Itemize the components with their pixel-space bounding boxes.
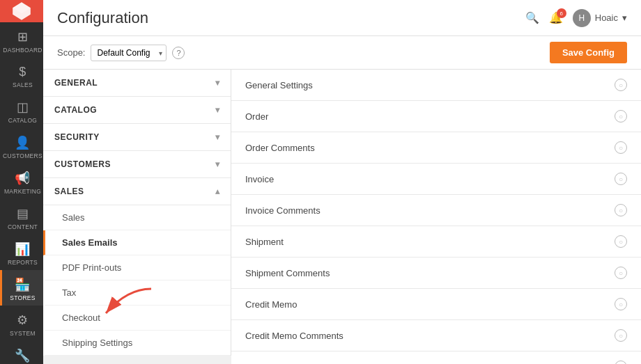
config-item-label: Credit Memo [245,299,615,310]
config-item-label: Invoice Comments [245,205,615,216]
config-item-credit-memo[interactable]: Credit Memo ○ [231,289,641,320]
config-item-label: General Settings [245,80,615,90]
sidebar-item-system[interactable]: ⚙ System [0,306,43,341]
reports-icon: 📊 [15,242,30,257]
chevron-up-icon: ▴ [215,187,220,196]
config-item-label: Shipment Comments [245,268,615,278]
config-item-credit-memo-comments[interactable]: Credit Memo Comments ○ [231,320,641,351]
partners-icon: 🔧 [15,348,30,363]
stores-icon: 🏪 [15,277,30,292]
nav-section-general-label: GENERAL [54,78,98,88]
sidebar-item-content[interactable]: ▤ Content [0,199,43,235]
dashboard-icon: ⊞ [17,29,28,45]
nav-item-tax[interactable]: Tax [43,280,231,306]
config-item-order-comments[interactable]: Order Comments ○ [231,132,641,164]
config-item-label: Order [245,111,615,122]
sidebar-label-system: System [10,330,36,337]
config-item-label: Shipment [245,237,615,247]
scope-select-wrap[interactable]: Default Config [91,45,167,61]
user-initial: H [578,13,585,23]
config-item-order-pickup[interactable]: Order Ready For Pickup in Store ○ [231,351,641,364]
sidebar-item-sales[interactable]: $ Sales [0,58,43,93]
nav-item-sales[interactable]: Sales [43,205,231,230]
sidebar-label-customers: Customers [3,152,43,159]
scope-label: Scope: [57,47,85,58]
notification-button[interactable]: 🔔 6 [549,11,563,24]
config-item-label: Invoice [245,174,615,184]
nav-item-sales-emails[interactable]: Sales Emails [43,230,231,255]
sidebar-item-stores[interactable]: 🏪 Stores [0,270,43,306]
config-expand-icon[interactable]: ○ [615,79,627,91]
nav-section-catalog[interactable]: CATALOG ▾ [43,97,231,124]
sidebar-label-sales: Sales [13,81,33,88]
config-item-general-settings[interactable]: General Settings ○ [231,70,641,101]
nav-sales-subitems: Sales Sales Emails PDF Print-outs Tax Ch… [43,205,231,356]
catalog-icon: ◫ [17,100,29,115]
config-expand-icon[interactable]: ○ [615,173,627,185]
sidebar-item-catalog[interactable]: ◫ Catalog [0,93,43,128]
scope-bar: Scope: Default Config ? Save Config [43,36,641,70]
nav-item-shipping-settings[interactable]: Shipping Settings [43,331,231,356]
nav-section-customers[interactable]: CUSTOMERS ▾ [43,151,231,178]
page-header: Configuration 🔍 🔔 6 H Hoaic ▾ [43,0,641,36]
nav-section-general[interactable]: GENERAL ▾ [43,70,231,97]
config-expand-icon[interactable]: ○ [615,235,627,248]
chevron-down-icon: ▾ [215,159,220,169]
config-expand-icon[interactable]: ○ [615,141,627,154]
search-icon[interactable]: 🔍 [525,11,539,24]
config-item-label: Order Comments [245,143,615,153]
sidebar-item-marketing[interactable]: 📢 Marketing [0,164,43,199]
sidebar-label-reports: Reports [8,259,38,266]
config-expand-icon[interactable]: ○ [615,110,627,122]
marketing-icon: 📢 [15,171,30,186]
config-expand-icon[interactable]: ○ [615,361,627,364]
nav-section-security[interactable]: SECURITY ▾ [43,124,231,151]
config-item-shipment-comments[interactable]: Shipment Comments ○ [231,258,641,289]
config-expand-icon[interactable]: ○ [615,204,627,216]
nav-section-sales[interactable]: SALES ▴ [43,178,231,205]
user-menu[interactable]: H Hoaic ▾ [573,9,627,27]
user-name: Hoaic [595,13,618,23]
config-expand-icon[interactable]: ○ [615,329,627,342]
sidebar-item-reports[interactable]: 📊 Reports [0,235,43,270]
content-area: GENERAL ▾ CATALOG ▾ SECURITY ▾ CUSTOMERS… [43,70,641,364]
chevron-down-icon: ▾ [215,132,220,142]
save-config-button[interactable]: Save Config [550,42,627,63]
chevron-down-icon: ▾ [215,105,220,115]
app-logo[interactable] [0,0,43,22]
sidebar-label-dashboard: Dashboard [3,47,43,54]
config-item-label: Order Ready For Pickup in Store [245,362,615,365]
user-menu-chevron-icon: ▾ [622,13,627,23]
nav-section-catalog-label: CATALOG [54,105,97,115]
content-icon: ▤ [17,206,29,221]
scope-select[interactable]: Default Config [91,45,167,61]
main-area: Configuration 🔍 🔔 6 H Hoaic ▾ Scope: Def… [43,0,641,364]
system-icon: ⚙ [17,312,28,328]
right-panel: General Settings ○ Order ○ Order Comment… [231,70,641,364]
sidebar-item-dashboard[interactable]: ⊞ Dashboard [0,22,43,58]
config-item-invoice-comments[interactable]: Invoice Comments ○ [231,195,641,226]
config-expand-icon[interactable]: ○ [615,298,627,310]
sidebar-item-find-partners[interactable]: 🔧 Find Partners & Extensions [0,341,43,364]
sales-icon: $ [19,65,26,79]
notification-badge: 6 [557,8,566,18]
nav-section-customers-label: CUSTOMERS [54,159,111,169]
help-icon[interactable]: ? [172,47,185,59]
config-item-label: Credit Memo Comments [245,331,615,341]
nav-item-checkout[interactable]: Checkout [43,306,231,331]
sidebar: ⊞ Dashboard $ Sales ◫ Catalog 👤 Customer… [0,0,43,364]
config-expand-icon[interactable]: ○ [615,267,627,279]
config-item-shipment[interactable]: Shipment ○ [231,226,641,258]
sidebar-label-stores: Stores [10,294,36,301]
customers-icon: 👤 [15,135,30,150]
sidebar-item-customers[interactable]: 👤 Customers [0,128,43,164]
chevron-down-icon: ▾ [215,78,220,88]
sidebar-label-catalog: Catalog [8,117,37,124]
config-item-invoice[interactable]: Invoice ○ [231,164,641,195]
nav-item-pdf-printouts[interactable]: PDF Print-outs [43,255,231,280]
sidebar-label-content: Content [8,223,38,230]
config-item-order[interactable]: Order ○ [231,101,641,132]
left-nav: GENERAL ▾ CATALOG ▾ SECURITY ▾ CUSTOMERS… [43,70,231,356]
user-avatar: H [573,9,591,27]
nav-section-sales-label: SALES [54,187,84,196]
